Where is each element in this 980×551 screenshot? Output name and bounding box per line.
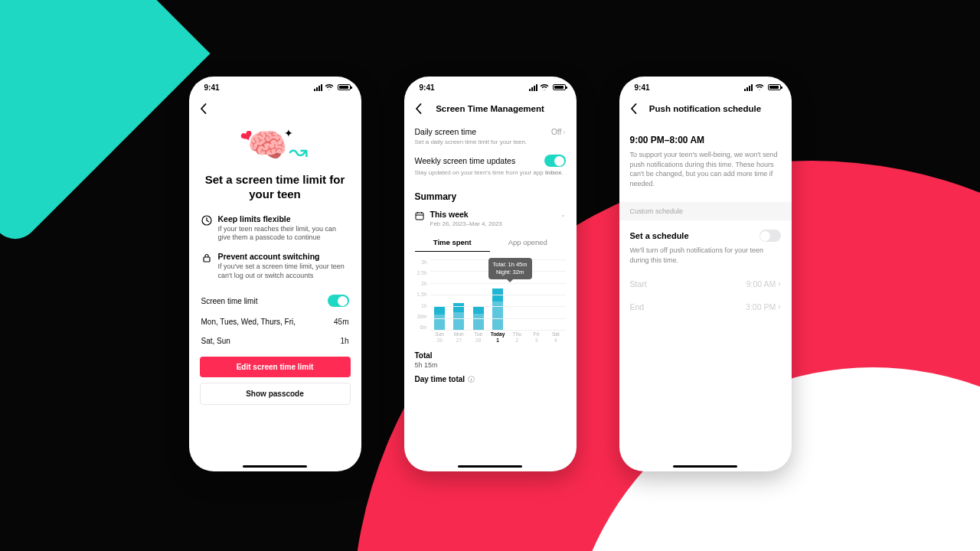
- inbox-link: Inbox: [545, 169, 561, 176]
- nav-bar: Push notification schedule: [619, 98, 792, 119]
- row-label: Sat, Sun: [201, 337, 230, 345]
- day-total-label: Day time total: [415, 375, 466, 383]
- custom-schedule-header: Custom schedule: [619, 202, 792, 220]
- weekly-updates-toggle[interactable]: [544, 155, 566, 167]
- daily-screen-time-row[interactable]: Daily screen time Off ›: [415, 119, 566, 136]
- start-time-row[interactable]: Start 9:00 AM›: [630, 279, 781, 289]
- status-time: 9:41: [204, 83, 220, 92]
- x-axis-label: Tue28: [471, 331, 486, 344]
- chart-tabs: Time spent App opened: [415, 238, 566, 252]
- x-axis-label: Thu2: [509, 331, 524, 344]
- lock-icon: [201, 253, 212, 263]
- nav-bar: Screen Time Management: [404, 98, 577, 119]
- tooltip-total: Total: 1h 45m: [493, 261, 528, 269]
- set-schedule-toggle[interactable]: [760, 230, 781, 242]
- phone-3: 9:41 Push notification schedule 9:00 PM–…: [619, 77, 792, 471]
- svg-rect-2: [416, 213, 423, 220]
- row-label: Weekly screen time updates: [415, 156, 516, 165]
- tooltip-night: Night: 32m: [493, 269, 528, 276]
- page-title: Set a screen time limit for your teen: [189, 173, 361, 202]
- battery-icon: [766, 84, 781, 90]
- home-indicator[interactable]: [243, 465, 307, 468]
- status-time: 9:41: [635, 83, 650, 92]
- status-bar: 9:41: [404, 77, 577, 98]
- total-label: Total: [415, 351, 566, 360]
- feature-prevent-switching: Prevent account switching If you've set …: [201, 252, 349, 280]
- chart-tooltip: Total: 1h 45m Night: 32m: [488, 258, 532, 279]
- hero-illustration: ❤🧠✦↝: [189, 124, 361, 167]
- total-value: 5h 15m: [415, 361, 566, 369]
- screen-time-limit-toggle[interactable]: [328, 295, 349, 307]
- row-label: Mon, Tues, Wed, Thurs, Fri,: [201, 318, 296, 326]
- feature-title: Prevent account switching: [218, 252, 349, 261]
- show-passcode-button[interactable]: Show passcode: [200, 383, 351, 405]
- set-schedule-desc: We'll turn off push notifications for yo…: [630, 246, 781, 265]
- tab-app-opened[interactable]: App opened: [490, 238, 566, 252]
- row-label: Set a schedule: [630, 231, 689, 240]
- x-axis-label: Sun26: [432, 331, 447, 344]
- weekly-updates-row: Weekly screen time updates: [415, 155, 566, 167]
- info-icon[interactable]: i: [468, 376, 475, 383]
- back-button[interactable]: [629, 103, 639, 114]
- signal-icon: [314, 84, 322, 91]
- row-value: 3:00 PM: [746, 302, 776, 311]
- chevron-right-icon: ›: [778, 302, 780, 311]
- chevron-down-icon: ⌄: [560, 211, 566, 218]
- row-value: Off: [551, 128, 561, 136]
- weekday-limit-row[interactable]: Mon, Tues, Wed, Thurs, Fri, 45m: [201, 312, 349, 331]
- feature-flexible: Keep limits flexible If your teen reache…: [201, 214, 349, 243]
- status-bar: 9:41: [189, 77, 361, 98]
- wifi-icon: [540, 83, 549, 92]
- default-hours: 9:00 PM–8:00 AM: [630, 135, 781, 145]
- x-axis-label: Today1: [490, 331, 505, 344]
- desc-text: Stay updated on your teen's time from yo…: [415, 169, 546, 176]
- battery-icon: [336, 84, 351, 90]
- x-axis-label: Sat4: [548, 331, 564, 344]
- calendar-icon: [415, 210, 424, 219]
- feature-title: Keep limits flexible: [218, 214, 349, 223]
- feature-desc: If you've set a screen time limit, your …: [218, 262, 349, 280]
- svg-rect-1: [204, 257, 210, 262]
- summary-heading: Summary: [415, 191, 566, 202]
- tab-time-spent[interactable]: Time spent: [415, 238, 491, 252]
- day-time-total-row: Day time total i: [415, 375, 566, 383]
- phone-2: 9:41 Screen Time Management Daily screen…: [404, 77, 577, 471]
- feature-desc: If your teen reaches their limit, you ca…: [218, 225, 349, 243]
- x-axis-label: Fri3: [529, 331, 544, 344]
- nav-bar: [189, 98, 361, 119]
- period-range: Feb 26, 2023–Mar 4, 2023: [430, 220, 566, 227]
- period-selector[interactable]: This week ⌄: [415, 210, 566, 219]
- signal-icon: [529, 84, 537, 91]
- time-spent-chart: 3h2.5h2h1.5h1h30m0m Total: 1h 45m Night:…: [415, 259, 566, 344]
- row-label: Screen time limit: [201, 297, 258, 305]
- page-title: Screen Time Management: [404, 104, 577, 113]
- edit-screen-time-button[interactable]: Edit screen time limit: [200, 357, 351, 377]
- status-bar: 9:41: [619, 77, 792, 98]
- back-button[interactable]: [198, 103, 209, 114]
- clock-icon: [201, 215, 212, 226]
- wifi-icon: [755, 83, 764, 92]
- row-value: 9:00 AM: [746, 279, 776, 289]
- daily-screen-time-desc: Set a daily screen time limit for your t…: [415, 139, 566, 145]
- chevron-right-icon: ›: [563, 128, 565, 136]
- signal-icon: [744, 84, 753, 91]
- page-title: Push notification schedule: [619, 104, 792, 113]
- row-value: 1h: [340, 337, 348, 345]
- row-label: End: [630, 302, 645, 311]
- period-label: This week: [430, 210, 469, 219]
- battery-icon: [551, 84, 566, 90]
- chevron-right-icon: ›: [778, 279, 780, 288]
- weekly-updates-desc: Stay updated on your teen's time from yo…: [415, 169, 566, 176]
- set-schedule-row: Set a schedule: [630, 230, 781, 242]
- x-axis-label: Mon27: [451, 331, 466, 344]
- back-button[interactable]: [413, 103, 424, 114]
- row-label: Daily screen time: [415, 127, 477, 136]
- phone-1: 9:41 ❤🧠✦↝ Set a screen time limit for yo…: [189, 77, 361, 471]
- home-indicator[interactable]: [458, 465, 522, 468]
- end-time-row[interactable]: End 3:00 PM›: [630, 302, 781, 311]
- weekend-limit-row[interactable]: Sat, Sun 1h: [201, 331, 349, 350]
- home-indicator[interactable]: [673, 465, 737, 468]
- wifi-icon: [325, 83, 334, 92]
- status-time: 9:41: [420, 83, 435, 92]
- row-label: Start: [630, 279, 647, 289]
